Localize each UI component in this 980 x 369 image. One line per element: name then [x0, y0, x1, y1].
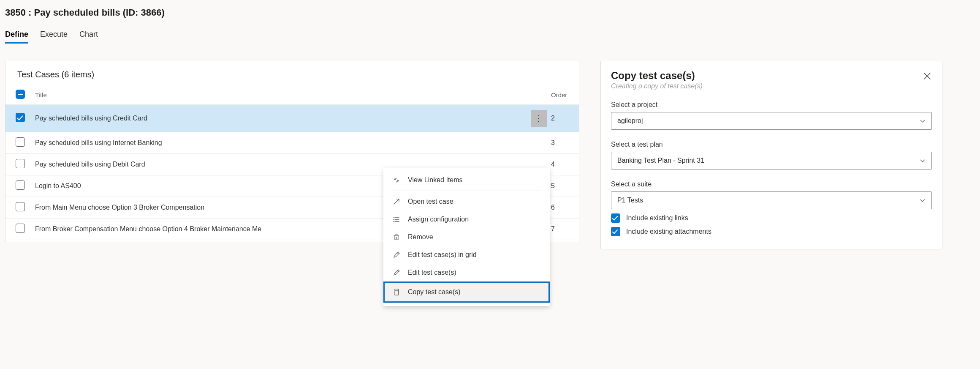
row-title: Pay scheduled bills using Credit Card — [35, 105, 528, 132]
menu-open-test-case[interactable]: Open test case — [383, 193, 550, 210]
suite-label: Select a suite — [611, 180, 932, 188]
chevron-down-icon — [920, 197, 926, 203]
row-order: 6 — [549, 197, 579, 219]
tab-execute[interactable]: Execute — [40, 30, 68, 44]
menu-edit-in-grid[interactable]: Edit test case(s) in grid — [383, 246, 550, 264]
menu-label: Remove — [408, 233, 433, 241]
row-order: 2 — [549, 105, 579, 132]
include-attachments-label: Include existing attachments — [626, 228, 711, 235]
row-order: 5 — [549, 175, 579, 197]
table-row[interactable]: Pay scheduled bills using Credit Card 2 — [5, 105, 579, 132]
menu-copy-test-cases[interactable]: Copy test case(s) — [383, 282, 550, 303]
include-links-checkbox[interactable] — [611, 213, 620, 223]
tab-bar: Define Execute Chart — [0, 18, 980, 44]
menu-assign-configuration[interactable]: Assign configuration — [383, 210, 550, 228]
row-checkbox[interactable] — [16, 159, 25, 168]
project-label: Select a project — [611, 101, 932, 109]
copy-test-case-panel: Copy test case(s) Creating a copy of tes… — [600, 61, 942, 249]
menu-label: Assign configuration — [408, 216, 469, 223]
menu-label: Edit test case(s) — [408, 269, 456, 276]
link-icon — [393, 176, 400, 184]
panel-title: Copy test case(s) — [611, 70, 932, 82]
context-menu: View Linked Items Open test case Assign … — [383, 168, 550, 306]
row-title: Pay scheduled bills using Internet Banki… — [35, 132, 528, 154]
copy-icon — [393, 288, 400, 296]
menu-label: View Linked Items — [408, 176, 463, 184]
more-icon — [535, 118, 543, 119]
page-title: 3850 : Pay scheduled bills (ID: 3866) — [0, 0, 980, 18]
column-title[interactable]: Title — [35, 85, 528, 105]
menu-remove[interactable]: Remove — [383, 228, 550, 246]
row-order: 3 — [549, 132, 579, 154]
close-button[interactable] — [921, 70, 934, 82]
row-actions-button[interactable] — [531, 110, 547, 127]
chevron-down-icon — [920, 158, 926, 164]
menu-label: Open test case — [408, 198, 453, 205]
table-header-row: Title Order — [5, 85, 579, 105]
select-all-checkbox[interactable] — [16, 90, 25, 99]
table-row[interactable]: Pay scheduled bills using Internet Banki… — [5, 132, 579, 154]
include-links-label: Include existing links — [626, 214, 688, 222]
close-icon — [923, 72, 931, 80]
open-icon — [393, 198, 400, 205]
menu-label: Copy test case(s) — [408, 288, 460, 296]
row-order: 4 — [549, 154, 579, 175]
plan-value: Banking Test Plan - Sprint 31 — [617, 157, 704, 164]
include-attachments-checkbox[interactable] — [611, 227, 620, 236]
column-order[interactable]: Order — [549, 85, 579, 105]
plan-select[interactable]: Banking Test Plan - Sprint 31 — [611, 152, 932, 169]
chevron-down-icon — [920, 118, 926, 124]
suite-select[interactable]: P1 Tests — [611, 191, 932, 209]
menu-separator — [392, 191, 541, 191]
row-checkbox[interactable] — [16, 137, 25, 147]
row-checkbox[interactable] — [16, 224, 25, 233]
row-order: 7 — [549, 219, 579, 240]
row-checkbox[interactable] — [16, 180, 25, 190]
trash-icon — [393, 233, 400, 241]
menu-edit-test-cases[interactable]: Edit test case(s) — [383, 264, 550, 282]
tab-define[interactable]: Define — [5, 30, 28, 44]
panel-subtitle: Creating a copy of test case(s) — [611, 82, 932, 90]
test-cases-heading: Test Cases (6 items) — [5, 61, 579, 85]
project-select[interactable]: agileproj — [611, 112, 932, 130]
menu-view-linked-items[interactable]: View Linked Items — [383, 171, 550, 189]
list-icon — [393, 216, 400, 223]
edit-icon — [393, 251, 400, 259]
svg-rect-0 — [395, 290, 399, 295]
row-checkbox[interactable] — [16, 202, 25, 211]
menu-label: Edit test case(s) in grid — [408, 251, 477, 259]
edit-icon — [393, 269, 400, 276]
row-checkbox[interactable] — [16, 113, 25, 122]
tab-chart[interactable]: Chart — [79, 30, 98, 44]
plan-label: Select a test plan — [611, 141, 932, 148]
project-value: agileproj — [617, 117, 643, 125]
suite-value: P1 Tests — [617, 197, 643, 204]
